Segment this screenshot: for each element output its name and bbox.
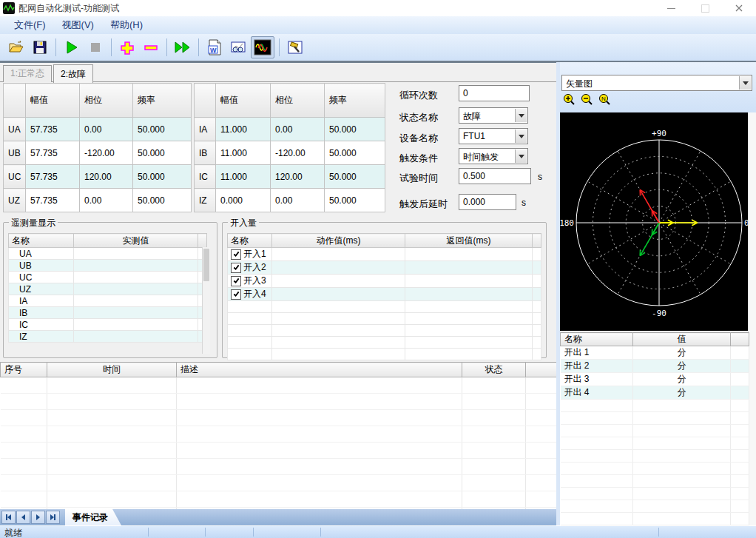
loop-count-input[interactable]: 0 — [459, 85, 530, 101]
telemetry-name[interactable]: UZ — [9, 283, 74, 295]
cell-phase[interactable]: 120.00 — [80, 165, 133, 189]
test-time-input[interactable]: 0.500 — [459, 168, 531, 184]
combo-dropdown-button[interactable] — [515, 149, 527, 163]
input-checkbox[interactable] — [231, 249, 241, 260]
cell-frequency[interactable]: 50.000 — [325, 189, 385, 212]
col-header-time: 时间 — [47, 363, 177, 377]
device-name-combo[interactable]: FTU1 — [459, 128, 528, 144]
corner-cell — [4, 84, 26, 118]
cell-amplitude[interactable]: 11.000 — [216, 118, 271, 141]
telemetry-name[interactable]: IB — [9, 307, 74, 319]
telemetry-name[interactable]: UB — [9, 260, 74, 272]
cell-frequency[interactable]: 50.000 — [133, 165, 192, 189]
cell-amplitude[interactable]: 57.735 — [26, 141, 80, 165]
trigger-delay-input[interactable]: 0.000 — [459, 194, 516, 210]
cell-frequency[interactable]: 50.000 — [325, 165, 385, 189]
word-report-button[interactable]: W — [203, 37, 226, 58]
zoom-reset-button[interactable]: N — [598, 93, 611, 106]
digital-inputs-group: 开入量 名称 动作值(ms) 返回值(ms) 开入1 开入2 开入3 — [222, 222, 547, 358]
trigger-condition-value: 时间触发 — [463, 151, 499, 164]
table-row: 开入1 — [228, 248, 541, 261]
open-button[interactable] — [5, 37, 27, 58]
svg-text:+90: +90 — [652, 129, 666, 138]
output-name: 开出 3 — [561, 373, 633, 386]
prev-page-button[interactable] — [16, 511, 30, 524]
cell-amplitude[interactable]: 11.000 — [216, 165, 271, 189]
next-page-button[interactable] — [31, 511, 45, 524]
cell-phase[interactable]: 0.00 — [80, 189, 133, 212]
view-selector-combo[interactable]: 矢量图 — [561, 75, 752, 91]
trigger-condition-combo[interactable]: 时间触发 — [459, 148, 528, 164]
tab-event-log[interactable]: 事件记录 — [65, 509, 121, 525]
cell-frequency[interactable]: 50.000 — [133, 141, 192, 165]
cell-amplitude[interactable]: 11.000 — [216, 141, 271, 165]
return-value — [405, 261, 533, 275]
cell-frequency[interactable]: 50.000 — [133, 118, 192, 141]
report-preview-icon — [230, 40, 246, 55]
remove-state-button[interactable] — [140, 37, 162, 58]
telemetry-name[interactable]: IZ — [9, 331, 74, 343]
state-name-combo[interactable]: 故障 — [459, 107, 528, 124]
cell-phase[interactable]: -120.00 — [80, 141, 133, 165]
close-button[interactable] — [722, 0, 756, 16]
report-preview-button[interactable] — [227, 37, 249, 58]
combo-dropdown-button[interactable] — [515, 109, 527, 122]
row-header: IC — [195, 165, 216, 189]
cell-amplitude[interactable]: 57.735 — [26, 165, 80, 189]
cell-phase[interactable]: -120.00 — [271, 141, 325, 165]
telemetry-name[interactable]: IA — [9, 295, 74, 307]
col-header-extra — [731, 333, 749, 346]
test-time-unit: s — [538, 172, 542, 182]
tab-fault-state[interactable]: 2:故障 — [53, 64, 93, 83]
col-header-name: 名称 — [228, 234, 272, 248]
table-row: IB 11.000 -120.00 50.000 — [195, 141, 385, 165]
empty-row — [1, 459, 557, 475]
cell-amplitude[interactable]: 57.735 — [26, 118, 80, 141]
cell-frequency[interactable]: 50.000 — [325, 141, 385, 165]
zoom-out-button[interactable] — [581, 93, 593, 106]
menu-view[interactable]: 视图(V) — [54, 16, 102, 34]
telemetry-scrollbar[interactable] — [202, 247, 210, 354]
maximize-button[interactable] — [688, 0, 722, 16]
cell-phase[interactable]: 0.00 — [80, 118, 133, 141]
empty-row — [561, 463, 749, 475]
combo-dropdown-button[interactable] — [739, 76, 751, 90]
col-header-value: 值 — [633, 333, 731, 346]
col-header-name: 名称 — [9, 234, 74, 248]
waveform-view-button[interactable] — [251, 36, 274, 58]
cell-phase[interactable]: 120.00 — [271, 165, 325, 189]
input-checkbox[interactable] — [231, 276, 241, 286]
tab-normal-state[interactable]: 1:正常态 — [3, 65, 52, 82]
cell-frequency[interactable]: 50.000 — [325, 118, 385, 141]
combo-dropdown-button[interactable] — [515, 130, 527, 143]
first-page-button[interactable] — [1, 511, 16, 524]
telemetry-name[interactable]: IC — [9, 319, 74, 331]
add-state-button[interactable] — [116, 37, 138, 58]
cell-amplitude[interactable]: 0.000 — [216, 189, 271, 212]
tools-button[interactable] — [284, 37, 306, 58]
telemetry-name[interactable]: UC — [9, 272, 74, 283]
menu-file[interactable]: 文件(F) — [6, 16, 54, 34]
input-checkbox[interactable] — [231, 263, 241, 273]
cell-phase[interactable]: 0.00 — [271, 118, 325, 141]
col-header-action: 动作值(ms) — [272, 234, 405, 248]
cell-amplitude[interactable]: 57.735 — [26, 189, 80, 212]
cell-phase[interactable]: 0.00 — [271, 189, 325, 212]
status-separator — [253, 528, 254, 537]
scrollbar-thumb[interactable] — [203, 249, 209, 281]
last-page-button[interactable] — [46, 511, 60, 524]
stop-button[interactable] — [84, 37, 107, 58]
app-window: 配网自动化测试-功能测试 文件(F) 视图(V) 帮助(H) — [0, 0, 756, 538]
check-icon — [233, 278, 240, 284]
table-row: 开入4 — [228, 288, 541, 301]
telemetry-name[interactable]: UA — [9, 248, 74, 260]
cell-frequency[interactable]: 50.000 — [133, 189, 192, 212]
run-all-button[interactable] — [172, 37, 194, 58]
telemetry-value — [74, 260, 198, 272]
save-button[interactable] — [29, 37, 51, 58]
input-checkbox[interactable] — [231, 289, 241, 300]
menu-help[interactable]: 帮助(H) — [102, 16, 151, 34]
zoom-in-button[interactable] — [563, 93, 576, 106]
minimize-button[interactable] — [654, 0, 688, 16]
run-button[interactable] — [61, 37, 83, 58]
